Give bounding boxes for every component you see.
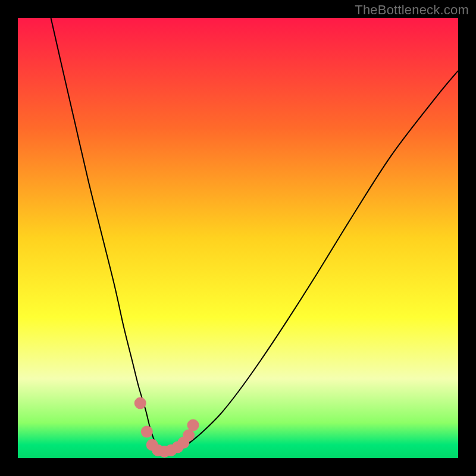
highlight-dot bbox=[187, 419, 199, 431]
chart-frame: TheBottleneck.com bbox=[0, 0, 476, 476]
highlight-dots bbox=[18, 18, 458, 458]
watermark-text: TheBottleneck.com bbox=[355, 2, 469, 18]
highlight-dot bbox=[134, 397, 146, 409]
highlight-dot bbox=[183, 430, 195, 441]
highlight-dot bbox=[141, 426, 153, 438]
plot-area bbox=[18, 18, 458, 458]
